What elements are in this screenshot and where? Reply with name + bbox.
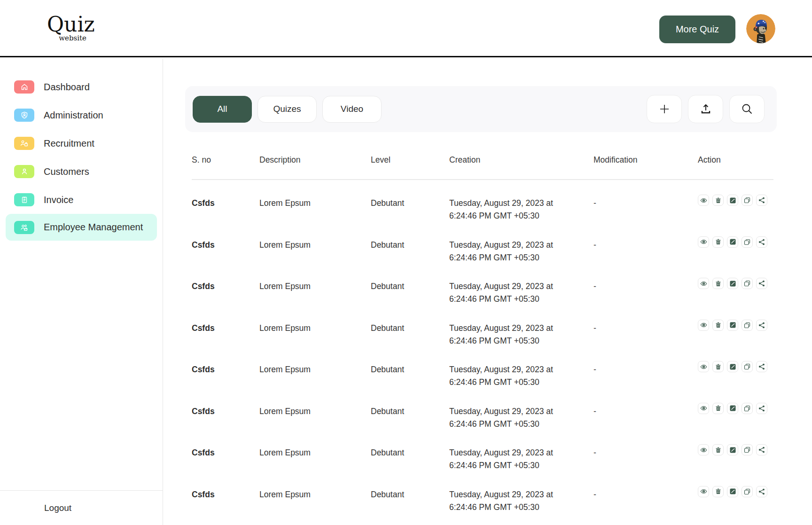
tab-video[interactable]: Video [322, 96, 382, 123]
share-button[interactable] [756, 486, 767, 497]
cell-actions [698, 263, 773, 306]
edit-button[interactable] [727, 403, 738, 414]
share-button[interactable] [756, 236, 767, 248]
delete-button[interactable] [712, 486, 724, 497]
copy-button[interactable] [742, 320, 753, 331]
share-button[interactable] [756, 361, 767, 372]
search-button[interactable] [729, 95, 765, 123]
logout-button[interactable]: Logout [0, 490, 163, 525]
cell-level: Debutant [371, 346, 449, 389]
delete-button[interactable] [712, 320, 724, 331]
edit-button[interactable] [727, 195, 738, 206]
sidebar-item-customers[interactable]: Customers [0, 157, 163, 186]
copy-button[interactable] [742, 403, 753, 414]
top-header: Quiz website More Quiz [0, 0, 812, 57]
cell-modification: - [593, 346, 698, 389]
share-button[interactable] [756, 403, 767, 414]
cell-modification: - [593, 263, 698, 306]
column-header-modification: Modification [593, 155, 698, 165]
share-icon [758, 280, 765, 287]
delete-button[interactable] [712, 403, 724, 414]
upload-button[interactable] [688, 95, 723, 123]
trash-icon [715, 197, 721, 204]
edit-button[interactable] [727, 320, 738, 331]
logo: Quiz website [47, 14, 103, 42]
records-table: S. no Description Level Creation Modific… [192, 155, 773, 513]
person-icon [14, 165, 34, 178]
edit-button[interactable] [727, 278, 738, 289]
share-button[interactable] [756, 320, 767, 331]
sidebar-item-employee-management[interactable]: Employee Management [6, 214, 157, 241]
avatar[interactable] [746, 14, 775, 43]
view-button[interactable] [698, 486, 709, 497]
share-icon [758, 488, 765, 495]
share-icon [758, 239, 765, 245]
view-button[interactable] [698, 361, 709, 372]
cell-level: Debutant [371, 222, 449, 264]
copy-icon [744, 197, 750, 204]
copy-icon [744, 322, 750, 329]
eye-icon [700, 447, 707, 454]
view-button[interactable] [698, 278, 709, 289]
delete-button[interactable] [712, 278, 724, 289]
cell-actions [698, 388, 773, 431]
column-header-action: Action [698, 155, 773, 165]
shield-user-icon [14, 109, 34, 122]
share-button[interactable] [756, 444, 767, 455]
cell-sno: Csfds [192, 471, 259, 514]
edit-icon [730, 322, 736, 328]
trash-icon [715, 322, 721, 328]
delete-button[interactable] [712, 361, 724, 372]
cell-sno: Csfds [192, 222, 259, 264]
view-button[interactable] [698, 320, 709, 331]
eye-icon [700, 280, 707, 287]
tab-all[interactable]: All [193, 96, 252, 123]
eye-icon [700, 363, 707, 370]
sidebar-item-label: Employee Management [44, 222, 143, 233]
invoice-icon [14, 193, 34, 206]
delete-button[interactable] [712, 236, 724, 248]
column-header-sno: S. no [192, 155, 259, 165]
edit-button[interactable] [727, 444, 738, 455]
copy-button[interactable] [742, 444, 753, 455]
sidebar-item-label: Invoice [44, 195, 73, 205]
cell-description: Lorem Epsum [259, 263, 371, 306]
cell-actions [698, 430, 773, 472]
copy-icon [744, 239, 750, 245]
sidebar-item-invoice[interactable]: Invoice [0, 186, 163, 214]
cell-description: Lorem Epsum [259, 471, 371, 514]
trash-icon [715, 281, 721, 287]
sidebar-item-dashboard[interactable]: Dashboard [0, 73, 163, 101]
edit-icon [730, 197, 736, 204]
logo-title: Quiz [47, 14, 103, 35]
copy-icon [744, 280, 750, 287]
view-button[interactable] [698, 444, 709, 455]
copy-button[interactable] [742, 278, 753, 289]
sidebar-item-recruitment[interactable]: Recruitment [0, 129, 163, 157]
view-button[interactable] [698, 195, 709, 206]
share-button[interactable] [756, 278, 767, 289]
sidebar-nav: Dashboard Administration [0, 59, 163, 241]
sidebar-item-administration[interactable]: Administration [0, 101, 163, 129]
add-button[interactable] [647, 95, 682, 123]
copy-button[interactable] [742, 195, 753, 206]
edit-button[interactable] [727, 486, 738, 497]
cell-modification: - [593, 305, 698, 347]
delete-button[interactable] [712, 195, 724, 206]
edit-button[interactable] [727, 361, 738, 372]
edit-button[interactable] [727, 236, 738, 248]
cell-level: Debutant [371, 430, 449, 472]
copy-button[interactable] [742, 486, 753, 497]
copy-button[interactable] [742, 236, 753, 248]
add-icon [658, 103, 671, 115]
tab-quizes[interactable]: Quizes [258, 96, 317, 123]
view-button[interactable] [698, 236, 709, 248]
more-quiz-button[interactable]: More Quiz [659, 16, 735, 43]
cell-sno: Csfds [192, 430, 259, 472]
sidebar-item-label: Customers [44, 166, 89, 177]
copy-button[interactable] [742, 361, 753, 372]
delete-button[interactable] [712, 444, 724, 455]
copy-icon [744, 488, 750, 495]
view-button[interactable] [698, 403, 709, 414]
share-button[interactable] [756, 195, 767, 206]
